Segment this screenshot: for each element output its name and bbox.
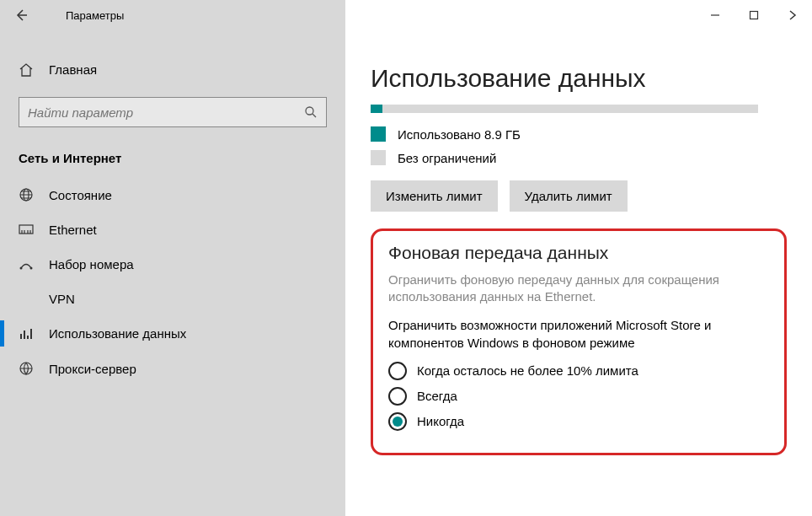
- svg-rect-0: [751, 12, 758, 19]
- home-label: Главная: [49, 62, 97, 77]
- arrow-left-icon: [13, 8, 29, 23]
- data-usage-icon: [19, 327, 34, 341]
- nav-label: Прокси-сервер: [49, 362, 136, 376]
- chevron-right-icon: [787, 9, 799, 21]
- nav-label: VPN: [49, 292, 75, 306]
- maximize-button[interactable]: [735, 0, 773, 30]
- bg-description: Ограничить фоновую передачу данных для с…: [388, 271, 769, 306]
- main-content: Использование данных Использовано 8.9 ГБ…: [345, 30, 812, 516]
- used-label: Использовано 8.9 ГБ: [398, 127, 521, 142]
- radio-icon: [388, 387, 407, 406]
- usage-bar-fill: [371, 105, 382, 113]
- close-button[interactable]: [773, 0, 812, 30]
- search-icon: [304, 105, 318, 119]
- bg-heading: Фоновая передача данных: [388, 243, 769, 263]
- globe-icon: [19, 187, 34, 202]
- legend-used: Использовано 8.9 ГБ: [371, 126, 787, 142]
- radio-label: Никогда: [417, 414, 464, 428]
- radio-icon: [388, 362, 407, 380]
- titlebar: Параметры: [0, 0, 812, 30]
- nav-dialup[interactable]: Набор номера: [0, 247, 345, 282]
- nav-label: Набор номера: [49, 257, 134, 271]
- ethernet-icon: [19, 223, 34, 237]
- legend-swatch-teal: [371, 126, 386, 142]
- dialup-icon: [19, 258, 34, 271]
- section-title: Сеть и Интернет: [0, 144, 345, 177]
- radio-label: Когда осталось не более 10% лимита: [417, 363, 638, 378]
- nav-label: Использование данных: [49, 326, 186, 341]
- search-input[interactable]: [28, 105, 304, 120]
- maximize-icon: [749, 10, 759, 20]
- sidebar: Главная Сеть и Интернет Состояние Ethern: [0, 30, 345, 516]
- edit-limit-button[interactable]: Изменить лимит: [371, 180, 498, 212]
- nav-ethernet[interactable]: Ethernet: [0, 212, 345, 247]
- home-nav[interactable]: Главная: [0, 54, 345, 85]
- minimize-button[interactable]: [696, 0, 735, 30]
- vpn-icon: [19, 293, 34, 306]
- radio-icon-selected: [388, 412, 407, 431]
- unlimited-label: Без ограничений: [398, 151, 496, 165]
- delete-limit-button[interactable]: Удалить лимит: [510, 180, 628, 212]
- window-title: Параметры: [66, 9, 124, 22]
- back-button[interactable]: [0, 0, 42, 30]
- proxy-icon: [19, 361, 34, 376]
- svg-point-5: [20, 266, 23, 269]
- radio-option-always[interactable]: Всегда: [388, 387, 769, 406]
- nav-status[interactable]: Состояние: [0, 177, 345, 212]
- radio-option-never[interactable]: Никогда: [388, 412, 769, 431]
- search-box[interactable]: [19, 97, 327, 127]
- svg-point-1: [306, 107, 313, 115]
- nav-label: Ethernet: [49, 223, 97, 237]
- legend-swatch-gray: [371, 150, 386, 165]
- page-title: Использование данных: [371, 64, 787, 93]
- home-icon: [19, 63, 34, 77]
- radio-option-limit[interactable]: Когда осталось не более 10% лимита: [388, 362, 769, 380]
- minimize-icon: [710, 10, 720, 20]
- svg-point-6: [30, 266, 33, 269]
- radio-label: Всегда: [417, 389, 457, 403]
- background-data-section: Фоновая передача данных Ограничить фонов…: [371, 228, 787, 455]
- usage-bar: [371, 105, 758, 113]
- nav-data-usage[interactable]: Использование данных: [0, 316, 345, 351]
- nav-label: Состояние: [49, 188, 112, 202]
- nav-proxy[interactable]: Прокси-сервер: [0, 351, 345, 386]
- legend-unlimited: Без ограничений: [371, 150, 787, 165]
- nav-vpn[interactable]: VPN: [0, 282, 345, 316]
- bg-text: Ограничить возможности приложений Micros…: [388, 316, 769, 352]
